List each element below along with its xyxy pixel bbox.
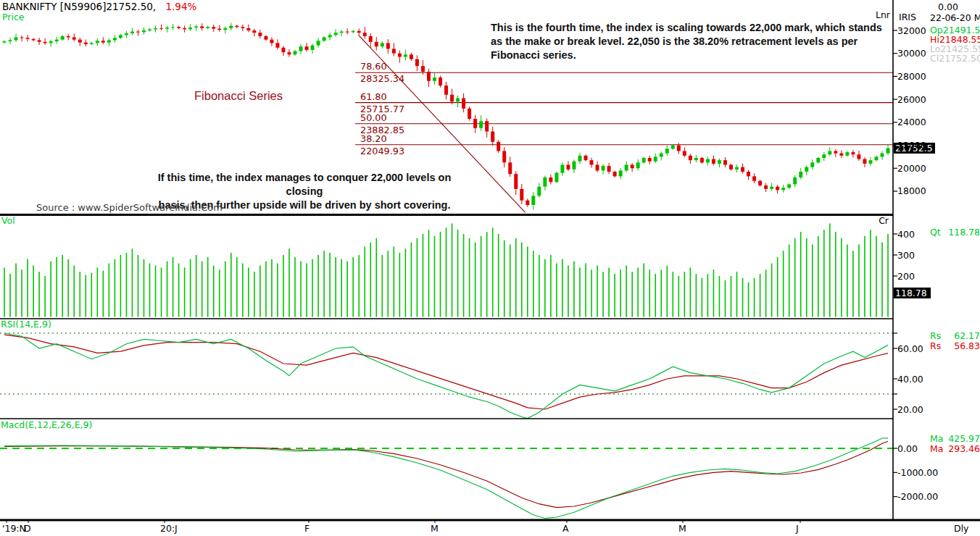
volume-panel-label: Vol	[1, 216, 15, 226]
annotation-top-line1: This is the fourth time, the index is sc…	[491, 21, 882, 35]
top-value: 0.00	[938, 2, 958, 12]
macd-red-label: Ma	[930, 444, 943, 453]
volume-bars	[4, 224, 888, 317]
axis-tick-label: 26000	[897, 95, 926, 104]
timeline-label: D	[24, 523, 31, 534]
rsi-green-label: Rs	[930, 331, 941, 340]
volume-unit-label: Cr	[868, 216, 889, 226]
rsi-red-value: 56.83	[954, 341, 980, 351]
timeline-label: 20:J	[160, 523, 178, 534]
close-value: 21752.50	[939, 54, 980, 63]
change-percent: 1.94%	[165, 1, 196, 12]
rsi-legend-green-row: Rs 62.17	[930, 331, 980, 340]
fibonacci-lines	[355, 72, 893, 145]
axis-tick-label: 400	[897, 230, 915, 239]
iris-chart-window: BANKNIFTY [N59906]21752.50, 1.94% Price …	[0, 0, 980, 536]
volume-legend-row: Qt 118.78	[930, 227, 980, 237]
axis-tick-label: 22000	[897, 141, 926, 150]
axis-tick-label: 60.00	[897, 344, 923, 353]
timeline-label: J	[796, 523, 799, 534]
rsi-red-label: Rs	[930, 341, 941, 351]
rsi-legend-red-row: Rs 56.83	[930, 341, 980, 351]
timeline-label: M	[678, 523, 686, 534]
macd-legend-green-row: Ma 425.97	[930, 434, 980, 443]
fib-price-label: 22049.93	[360, 146, 404, 156]
rsi-green-value: 62.17	[954, 331, 980, 340]
timeline-label: M	[431, 523, 439, 534]
qt-label: Qt	[930, 227, 941, 237]
axis-tick-label: 24000	[897, 117, 926, 127]
scale-type-label[interactable]: Lnr	[870, 10, 890, 20]
app-name: IRIS	[899, 12, 916, 22]
fibonacci-title: Fibonacci Series	[194, 89, 283, 103]
macd-indicator	[0, 438, 893, 519]
price-panel-label: Price	[2, 12, 25, 22]
timeline-label: A	[562, 523, 569, 534]
annotation-top-line3: Fibonacci series.	[491, 49, 882, 62]
fib-ratio-label: 61.80	[360, 92, 387, 101]
axis-tick-label: 18000	[897, 186, 926, 196]
axis-tick-label: 28000	[897, 72, 926, 81]
qt-value: 118.78	[948, 227, 980, 237]
symbol-title: BANKNIFTY [N59906]21752.50,	[2, 1, 156, 12]
rsi-indicator	[0, 333, 893, 419]
rsi-panel-label: RSI(14,E,9)	[1, 319, 51, 330]
axis-tick-label: 0.00	[897, 444, 918, 453]
fib-price-label: 28325.34	[360, 74, 404, 83]
symbol-header: BANKNIFTY [N59906]21752.50, 1.94%	[2, 1, 196, 12]
chart-canvas[interactable]	[0, 0, 980, 536]
annotation-top: This is the fourth time, the index is sc…	[491, 21, 882, 62]
macd-legend-red-row: Ma 293.46	[930, 444, 980, 453]
fib-ratio-label: 50.00	[360, 113, 387, 122]
axis-tick-label: -1000.00	[897, 468, 938, 477]
timeline-label: '19:N	[2, 523, 26, 534]
annotation-bottom-line1: If this time, the index manages to conqu…	[145, 171, 464, 198]
fib-ratio-label: 38.20	[360, 134, 387, 143]
source-credit: Source : www.SpiderSoftwareIndia.Com	[36, 202, 223, 213]
macd-green-value: 425.97	[948, 434, 980, 443]
annotation-top-line2: as the make or break level. 22,050 is th…	[491, 35, 882, 49]
timeline-label: F	[304, 523, 310, 534]
macd-green-label: Ma	[930, 434, 943, 443]
ohlc-close-row: Cl 21752.50	[930, 54, 980, 63]
axis-tick-label: 40.00	[897, 374, 923, 384]
period-label[interactable]: Dly	[954, 523, 969, 534]
close-label: Cl	[930, 54, 939, 63]
axis-tick-label: 300	[897, 251, 915, 260]
axis-tick-label: 20000	[897, 164, 926, 173]
macd-panel-label: Macd(E,12,E,26,E,9)	[1, 420, 92, 430]
date-label: 22-06-20 Mo	[930, 13, 980, 23]
macd-red-value: 293.46	[948, 444, 980, 453]
last-volume-badge: 118.78	[894, 288, 931, 298]
panel-borders	[0, 0, 980, 523]
axis-tick-label: -2000.00	[897, 492, 938, 501]
axis-tick-label: 20.00	[897, 405, 923, 414]
axis-tick-label: 30000	[897, 49, 926, 58]
axis-tick-label: 200	[897, 272, 915, 281]
axis-tick-label: 32000	[897, 26, 926, 35]
fib-ratio-label: 78.60	[360, 62, 387, 71]
